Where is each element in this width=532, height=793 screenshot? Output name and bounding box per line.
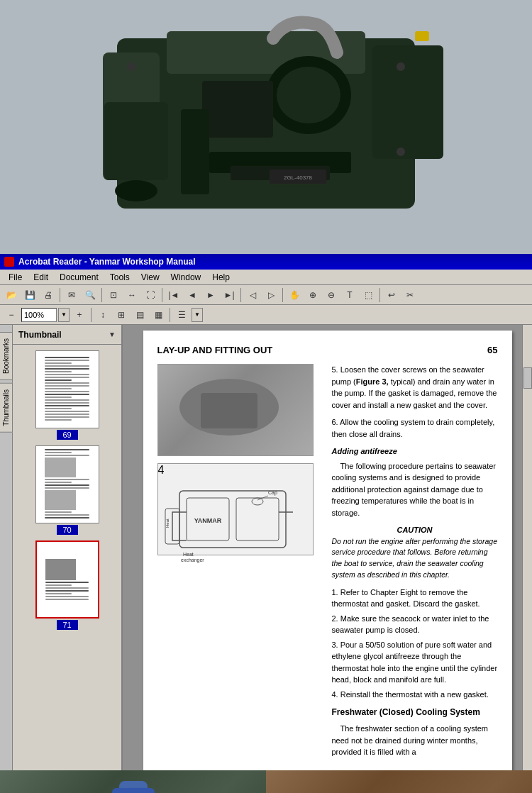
zoom-marquee-button[interactable]: ⊕ <box>304 287 321 303</box>
svg-point-27 <box>252 498 263 505</box>
zoom-value-display[interactable]: 100% <box>21 308 57 322</box>
menu-bar: File Edit Document Tools View Window Hel… <box>0 270 532 285</box>
menu-window[interactable]: Window <box>165 271 207 284</box>
main-content: Bookmarks Thumbnails Thumbnail ▼ <box>0 325 532 770</box>
separator8 <box>170 308 170 322</box>
thumbnail-header: Thumbnail ▼ <box>13 325 121 345</box>
svg-rect-31 <box>112 788 155 793</box>
rotate-button[interactable]: ↩ <box>383 287 400 303</box>
svg-point-10 <box>397 62 405 71</box>
view-mode-button[interactable]: ☰ <box>173 307 190 323</box>
view-dropdown-button[interactable]: ▼ <box>192 308 203 322</box>
figure-4: 4 YANMAR Heat exchanger Cap <box>157 463 314 555</box>
caution-text: Do not run the engine after performing t… <box>332 536 498 581</box>
thumbnail-page-70[interactable]: 70 <box>18 445 116 535</box>
engine-top-image: 2GL-40378 <box>0 0 532 254</box>
thumbnail-page-71-preview[interactable] <box>35 540 99 619</box>
tab-bookmarks[interactable]: Bookmarks <box>0 332 13 380</box>
bottom-engine-right <box>266 770 532 793</box>
document-content: 3 4 <box>157 364 498 758</box>
thumbnail-dropdown-icon[interactable]: ▼ <box>109 331 116 338</box>
full-screen-button[interactable]: ⛶ <box>142 287 159 303</box>
menu-edit[interactable]: Edit <box>28 271 54 284</box>
zoom-dropdown-button[interactable]: ▼ <box>58 308 70 322</box>
nav-prev-button[interactable]: ◄ <box>184 287 201 303</box>
open-button[interactable]: 📂 <box>3 287 20 303</box>
nav-back-button[interactable]: ◁ <box>244 287 261 303</box>
svg-text:Heat: Heat <box>165 518 170 528</box>
thumbnail-page-71[interactable]: 71 <box>18 540 116 630</box>
page-view1-button[interactable]: ▤ <box>131 307 148 323</box>
crop-button[interactable]: ✂ <box>401 287 419 303</box>
menu-file[interactable]: File <box>3 271 28 284</box>
figure-4-svg: YANMAR Heat exchanger Cap Heat <box>158 477 307 565</box>
title-bar: Acrobat Reader - Yanmar Workshop Manual <box>0 254 532 270</box>
yanmar-diagram: 4 YANMAR Heat exchanger Cap <box>158 464 313 555</box>
svg-rect-21 <box>236 498 279 540</box>
document-figures: 3 4 <box>157 364 321 758</box>
print-button[interactable]: 🖨 <box>40 287 57 303</box>
thumbnail-page-69-preview[interactable] <box>35 350 99 428</box>
fit-width-button[interactable]: ↔ <box>123 287 140 303</box>
zoom-out-tool-button[interactable]: ⊖ <box>323 287 340 303</box>
hand-tool-button[interactable]: ✋ <box>286 287 303 303</box>
svg-text:YANMAR: YANMAR <box>194 517 221 524</box>
separator6 <box>379 288 380 302</box>
separator5 <box>282 288 283 302</box>
step-3: 3. Pour a 50/50 solution of pure soft wa… <box>332 639 498 686</box>
freshwater-heading: Freshwater (Closed) Cooling System <box>332 706 498 719</box>
step-4: 4. Reinstall the thermostat with a new g… <box>332 689 498 701</box>
separator7 <box>91 308 92 322</box>
snapshot-button[interactable]: ⬚ <box>360 287 377 303</box>
text-select-button[interactable]: T <box>341 287 358 303</box>
svg-text:Cap: Cap <box>268 490 277 496</box>
tab-thumbnails[interactable]: Thumbnails <box>0 383 13 433</box>
email-button[interactable]: ✉ <box>63 287 80 303</box>
fit-height-button[interactable]: ↕ <box>94 307 111 323</box>
separator3 <box>162 288 162 302</box>
zoom-in-plus-button[interactable]: + <box>71 307 88 323</box>
nav-last-button[interactable]: ►| <box>221 287 238 303</box>
document-text: 5. Loosen the cover screws on the seawat… <box>332 364 498 758</box>
thumbnail-page-70-preview[interactable] <box>35 445 99 523</box>
svg-text:Heat: Heat <box>183 552 194 557</box>
freshwater-text: The freshwater section of a cooling syst… <box>332 723 498 758</box>
menu-help[interactable]: Help <box>206 271 235 284</box>
menu-view[interactable]: View <box>135 271 165 284</box>
nav-forward-button[interactable]: ▷ <box>262 287 279 303</box>
fit-page-button[interactable]: ⊡ <box>105 287 122 303</box>
acrobat-icon <box>4 257 14 267</box>
page-number: 65 <box>487 345 497 355</box>
thumbnail-page-69[interactable]: 69 <box>18 350 116 440</box>
separator2 <box>101 288 102 302</box>
paragraph-5: 5. Loosen the cover screws on the seawat… <box>332 364 498 411</box>
svg-rect-2 <box>372 45 443 159</box>
page-view2-button[interactable]: ▦ <box>150 307 167 323</box>
menu-document[interactable]: Document <box>54 271 104 284</box>
document-header: LAY-UP AND FITTING OUT 65 <box>157 345 498 355</box>
thumbnail-page-70-label: 70 <box>57 525 78 535</box>
zoom-out-minus-button[interactable]: − <box>3 307 20 323</box>
svg-rect-7 <box>181 109 209 194</box>
thumbnail-list[interactable]: 69 <box>13 345 121 770</box>
separator1 <box>60 288 60 302</box>
step-1: 1. Refer to Chapter Eight to remove the … <box>332 587 498 610</box>
save-button[interactable]: 💾 <box>21 287 38 303</box>
document-scrollbar[interactable] <box>522 325 532 770</box>
search-button[interactable]: 🔍 <box>82 287 99 303</box>
caution-title: CAUTION <box>332 524 498 536</box>
antifreeze-intro: The following procedure pertains to seaw… <box>332 460 498 519</box>
bottom-engine-left-svg <box>48 774 218 793</box>
nav-first-button[interactable]: |◄ <box>165 287 182 303</box>
svg-rect-12 <box>415 31 429 41</box>
menu-tools[interactable]: Tools <box>104 271 135 284</box>
bottom-engine-left <box>0 770 266 793</box>
svg-rect-17 <box>104 102 168 180</box>
bottom-engine-right-svg <box>304 774 495 793</box>
svg-point-8 <box>127 62 135 71</box>
chapter-title: LAY-UP AND FITTING OUT <box>157 345 273 355</box>
actual-size2-button[interactable]: ⊞ <box>113 307 130 323</box>
nav-next-button[interactable]: ► <box>202 287 219 303</box>
document-area: LAY-UP AND FITTING OUT 65 3 <box>123 325 532 770</box>
svg-point-18 <box>115 180 157 201</box>
